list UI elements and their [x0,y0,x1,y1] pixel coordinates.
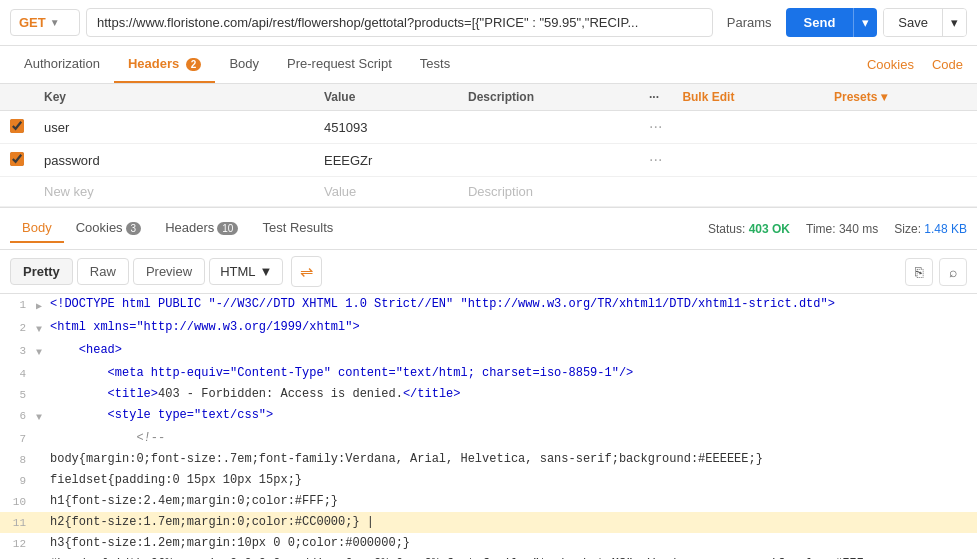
new-desc-input-cell[interactable]: Description [458,177,639,207]
line-number: 11 [0,512,36,533]
row-checkbox[interactable] [10,152,24,166]
line-arrow-icon [36,533,50,536]
new-value-input-cell[interactable]: Value [314,177,458,207]
response-tab-cookies[interactable]: Cookies3 [64,214,154,243]
send-button[interactable]: Send [786,8,854,37]
line-content: h2{font-size:1.7em;margin:0;color:#CC000… [50,512,977,532]
save-dropdown-button[interactable]: ▾ [942,9,966,36]
new-key-input-cell[interactable]: New key [34,177,314,207]
request-tab-bar: Authorization Headers 2 Body Pre-request… [0,46,977,84]
line-content: <html xmlns="http://www.w3.org/1999/xhtm… [50,317,977,337]
copy-button[interactable]: ⎘ [905,258,933,286]
line-content: <!DOCTYPE html PUBLIC "-//W3C//DTD XHTML… [50,294,977,314]
code-line: 13 #header{width:96%;margin:0 0 0 0;padd… [0,554,977,559]
preview-button[interactable]: Preview [133,258,205,285]
row-desc [458,111,639,144]
line-content: h1{font-size:2.4em;margin:0;color:#FFF;} [50,491,977,511]
code-line: 2▼<html xmlns="http://www.w3.org/1999/xh… [0,317,977,340]
code-line: 7 <!-- [0,428,977,449]
row-key[interactable]: password [34,144,314,177]
response-status: Status: 403 OK Time: 340 ms Size: 1.48 K… [708,222,967,236]
response-tab-headers[interactable]: Headers10 [153,214,250,243]
method-chevron-icon: ▼ [50,17,60,28]
wrap-button[interactable]: ⇌ [291,256,322,287]
line-arrow-icon [36,428,50,431]
params-button[interactable]: Params [719,9,780,36]
response-tab-test-results[interactable]: Test Results [250,214,345,243]
url-bar: GET ▼ Params Send ▾ Save ▾ [0,0,977,46]
tab-authorization[interactable]: Authorization [10,46,114,83]
status-value: 403 OK [749,222,790,236]
line-number: 9 [0,470,36,491]
row-desc [458,144,639,177]
request-tabs: Authorization Headers 2 Body Pre-request… [10,46,863,83]
row-value[interactable]: 451093 [314,111,458,144]
code-line: 9 fieldset{padding:0 15px 10px 15px;} [0,470,977,491]
row-checkbox-cell[interactable] [0,111,34,144]
code-line: 4 <meta http-equiv="Content-Type" conten… [0,363,977,384]
line-number: 2 [0,317,36,338]
row-value[interactable]: EEEGZr [314,144,458,177]
response-tabs: BodyCookies3Headers10Test Results [10,214,708,243]
row-checkbox[interactable] [10,119,24,133]
pretty-button[interactable]: Pretty [10,258,73,285]
search-button[interactable]: ⌕ [939,258,967,286]
line-content: <style type="text/css"> [50,405,977,425]
code-line: 3▼ <head> [0,340,977,363]
line-content: #header{width:96%;margin:0 0 0 0;padding… [50,554,977,559]
line-arrow-icon[interactable]: ▼ [36,317,50,340]
size-label: Size: 1.48 KB [894,222,967,236]
line-content: <head> [50,340,977,360]
line-number: 8 [0,449,36,470]
row-checkbox-cell[interactable] [0,144,34,177]
headers-badge: 2 [186,58,202,71]
new-header-row: New key Value Description [0,177,977,207]
code-area[interactable]: 1▶<!DOCTYPE html PUBLIC "-//W3C//DTD XHT… [0,294,977,559]
line-arrow-icon[interactable]: ▶ [36,294,50,317]
raw-button[interactable]: Raw [77,258,129,285]
tab-bar-right-links: Cookies Code [863,47,967,82]
cookies-link[interactable]: Cookies [863,47,918,82]
save-button-group: Save ▾ [883,8,967,37]
table-row: password EEEGZr ··· [0,144,977,177]
tab-badge: 10 [217,222,238,235]
col-key: Key [34,84,314,111]
line-content: body{margin:0;font-size:.7em;font-family… [50,449,977,469]
language-select[interactable]: HTML ▼ [209,258,283,285]
row-dots[interactable]: ··· [639,144,672,177]
method-label: GET [19,15,46,30]
send-button-group: Send ▾ [786,8,878,37]
code-line: 8 body{margin:0;font-size:.7em;font-fami… [0,449,977,470]
save-button[interactable]: Save [884,9,942,36]
line-number: 3 [0,340,36,361]
presets-button[interactable]: Presets ▾ [824,84,977,111]
line-arrow-icon [36,449,50,452]
tab-tests[interactable]: Tests [406,46,464,83]
url-input[interactable] [86,8,713,37]
tab-body[interactable]: Body [215,46,273,83]
code-line: 12 h3{font-size:1.2em;margin:10px 0 0;co… [0,533,977,554]
line-arrow-icon [36,512,50,515]
table-row: user 451093 ··· [0,111,977,144]
status-label: Status: 403 OK [708,222,790,236]
response-tab-body[interactable]: Body [10,214,64,243]
bulk-edit-button[interactable]: Bulk Edit [672,84,824,111]
tab-headers[interactable]: Headers 2 [114,46,216,83]
tab-pre-request[interactable]: Pre-request Script [273,46,406,83]
line-content: <!-- [50,428,977,448]
method-select[interactable]: GET ▼ [10,9,80,36]
line-arrow-icon [36,363,50,366]
line-number: 10 [0,491,36,512]
line-arrow-icon [36,470,50,473]
row-key[interactable]: user [34,111,314,144]
line-arrow-icon[interactable]: ▼ [36,405,50,428]
col-value: Value [314,84,458,111]
code-link[interactable]: Code [928,47,967,82]
tab-badge: 3 [126,222,142,235]
line-content: <meta http-equiv="Content-Type" content=… [50,363,977,383]
line-arrow-icon[interactable]: ▼ [36,340,50,363]
send-dropdown-button[interactable]: ▾ [853,8,877,37]
line-number: 4 [0,363,36,384]
row-dots[interactable]: ··· [639,111,672,144]
line-content: h3{font-size:1.2em;margin:10px 0 0;color… [50,533,977,553]
